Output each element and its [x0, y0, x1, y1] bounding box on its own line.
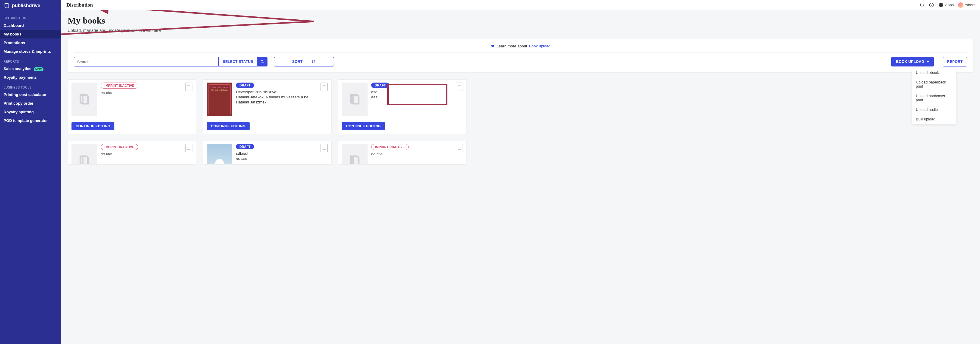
book-subtitle: aaa [371, 95, 452, 99]
placeholder-logo-icon [78, 93, 91, 106]
search-input[interactable] [74, 57, 218, 67]
status-badge: IMPRINT INACTIVE [371, 144, 409, 150]
sidebar-item-manage-stores[interactable]: Manage stores & imprints [0, 47, 61, 56]
svg-line-12 [263, 62, 264, 63]
sort-button[interactable]: SORT [274, 57, 334, 67]
sidebar-item-royalty-payments[interactable]: Royalty payments [0, 73, 61, 82]
book-card: IMPRINT INACTIVE no title [338, 141, 467, 164]
book-card: IMPRINT INACTIVE no title [68, 141, 196, 164]
continue-editing-button[interactable]: CONTINUE EDITING [72, 122, 115, 130]
placeholder-logo-icon [348, 93, 361, 106]
status-badge: DRAFT [236, 144, 254, 149]
book-title: no title [101, 152, 182, 156]
sidebar-item-pod-template[interactable]: POD template generator [0, 116, 61, 125]
cover-title: The Call of Cthulhu [211, 89, 228, 91]
format-icon [320, 83, 328, 91]
brand[interactable]: publishdrive [0, 0, 61, 13]
book-cover-placeholder [342, 144, 368, 164]
page-subtitle: Upload, manage and update your books fro… [68, 28, 974, 33]
book-upload-button[interactable]: BOOK UPLOAD [891, 57, 934, 67]
info-icon [929, 2, 934, 8]
upload-menu-item-bulk[interactable]: Bulk upload [912, 115, 956, 124]
svg-rect-6 [942, 5, 943, 7]
status-badge: DRAFT [371, 83, 389, 88]
sidebar-item-promotions[interactable]: Promotions [0, 38, 61, 47]
page-title: My books [68, 16, 974, 25]
logo-icon [3, 2, 10, 9]
sidebar-item-dashboard[interactable]: Dashboard [0, 21, 61, 30]
book-cover-placeholder [72, 144, 97, 164]
report-button[interactable]: REPORT [943, 57, 967, 67]
search-icon [260, 60, 264, 64]
learn-link[interactable]: Book upload [529, 44, 550, 48]
apps-icon [938, 2, 943, 8]
topbar: Distribution Apps robert [61, 0, 980, 10]
sidebar: publishdrive DISTRIBUTION Dashboard My b… [0, 0, 61, 344]
book-title: Hatalmi Játékok: A túlélés művészete a n… [236, 95, 317, 99]
svg-rect-4 [942, 3, 943, 5]
continue-editing-button[interactable]: CONTINUE EDITING [342, 122, 385, 130]
sidebar-item-printing-cost[interactable]: Printing cost calculator [0, 90, 61, 99]
book-title: sdfasdf [236, 151, 317, 156]
sidebar-item-print-copy-order[interactable]: Print copy order [0, 99, 61, 108]
book-upload-menu: Upload ebook Upload paperback print Uplo… [912, 68, 956, 124]
svg-rect-5 [939, 5, 941, 7]
graduation-cap-icon [491, 44, 495, 48]
format-icon [185, 83, 192, 91]
format-icon [456, 144, 463, 152]
book-card: DRAFT asd aaa CONTINUE EDITING [338, 79, 467, 134]
bell-icon [919, 2, 924, 8]
sidebar-section-distribution: DISTRIBUTION [0, 13, 61, 21]
sidebar-item-my-books[interactable]: My books [0, 30, 61, 38]
upload-menu-item-audio[interactable]: Upload audio [912, 105, 956, 115]
placeholder-logo-icon [78, 154, 91, 164]
cover-author: Howard Phillips Lovecraft [211, 86, 228, 88]
format-icon [456, 83, 463, 91]
format-icon [320, 144, 328, 152]
format-icon [185, 144, 192, 152]
sidebar-section-reports: REPORTS [0, 56, 61, 64]
book-card: DRAFT sdfasdf no title [203, 141, 331, 164]
book-cover: Howard Phillips Lovecraft The Call of Ct… [207, 83, 232, 116]
new-badge: NEW [33, 67, 43, 71]
upload-menu-item-ebook[interactable]: Upload ebook [912, 68, 956, 78]
status-badge: DRAFT [236, 83, 254, 88]
book-card: IMPRINT INACTIVE no title CONTINUE EDITI… [68, 79, 196, 134]
avatar [958, 2, 963, 8]
book-author: Developer PublishDrive [236, 90, 317, 94]
book-cards-row: IMPRINT INACTIVE no title DRAFT sdfasdf … [68, 141, 974, 164]
sort-icon [312, 59, 316, 64]
book-cover-placeholder [342, 83, 368, 116]
status-badge: IMPRINT INACTIVE [101, 83, 138, 89]
learn-more-row: Learn more about Book upload [74, 44, 967, 53]
chevron-down-icon [927, 61, 929, 63]
search-button[interactable] [257, 57, 267, 67]
breadcrumb: Distribution [67, 2, 93, 8]
apps-label: Apps [945, 3, 954, 7]
book-card: Howard Phillips Lovecraft The Call of Ct… [203, 79, 331, 134]
brand-name: publishdrive [12, 3, 40, 8]
user-name: robert [964, 3, 975, 7]
book-title: asd [371, 90, 452, 94]
upload-menu-item-hardcover[interactable]: Upload hardcover print [912, 91, 956, 105]
sidebar-section-business-tools: BUSINESS TOOLS [0, 82, 61, 90]
book-title: no title [371, 152, 452, 156]
select-status-button[interactable]: SELECT STATUS [218, 57, 257, 67]
upload-menu-item-paperback[interactable]: Upload paperback print [912, 78, 956, 91]
svg-rect-3 [939, 3, 941, 5]
apps-button[interactable]: Apps [938, 2, 954, 8]
sidebar-item-royalty-splitting[interactable]: Royalty splitting [0, 108, 61, 116]
sidebar-item-sales-analytics[interactable]: Sales analytics NEW [0, 64, 61, 73]
controls-panel: Learn more about Book upload SELECT STAT… [68, 38, 974, 73]
book-series: Hatalmi Játszmák [236, 100, 317, 104]
notifications-button[interactable] [919, 2, 924, 8]
help-button[interactable] [929, 2, 934, 8]
book-cards-row: IMPRINT INACTIVE no title CONTINUE EDITI… [68, 79, 974, 134]
continue-editing-button[interactable]: CONTINUE EDITING [207, 122, 250, 130]
svg-point-11 [261, 60, 263, 62]
sidebar-item-label: Sales analytics [3, 67, 31, 71]
book-upload-label: BOOK UPLOAD [896, 60, 924, 64]
status-badge: IMPRINT INACTIVE [101, 144, 138, 150]
user-menu[interactable]: robert [958, 2, 975, 8]
book-title: no title [101, 90, 182, 95]
